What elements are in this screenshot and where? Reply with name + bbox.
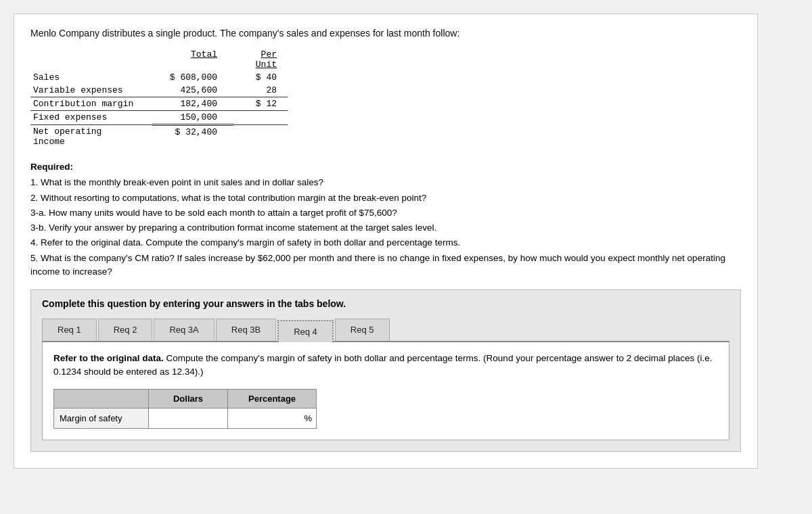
req4-description: Refer to the original data. Compute the … [53, 352, 718, 379]
perunit-header: Per Unit [233, 48, 288, 71]
required-item-5: 5. What is the company's CM ratio? If sa… [30, 252, 741, 279]
row-perunit-2: $ 12 [233, 97, 288, 111]
tab-req3b[interactable]: Req 3B [216, 319, 276, 341]
row-total-3: 150,000 [152, 111, 233, 125]
row-perunit-0: $ 40 [233, 71, 288, 84]
row-total-0: $ 608,000 [152, 71, 233, 84]
required-section: Required: 1. What is the monthly break-e… [30, 160, 741, 279]
tab-req1[interactable]: Req 1 [42, 319, 97, 341]
margin-of-safety-label: Margin of safety [54, 408, 149, 428]
row-perunit-3 [233, 111, 288, 125]
tab-req5[interactable]: Req 5 [335, 319, 390, 341]
complete-section: Complete this question by entering your … [30, 289, 741, 452]
required-label: Required: [30, 160, 741, 174]
row-label-2: Contribution margin [30, 97, 152, 111]
percentage-header: Percentage [228, 389, 317, 408]
row-perunit-4 [233, 125, 288, 149]
percentage-cell[interactable]: % [228, 408, 317, 428]
required-item-1: 2. Without resorting to computations, wh… [30, 191, 741, 205]
row-perunit-1: 28 [233, 84, 288, 97]
row-total-1: 425,600 [152, 84, 233, 97]
answer-table: Dollars Percentage Margin of safety % [53, 389, 317, 429]
row-label-0: Sales [30, 71, 152, 84]
tabs-row: Req 1Req 2Req 3AReq 3BReq 4Req 5 [42, 319, 729, 342]
tab-req2[interactable]: Req 2 [98, 319, 153, 341]
row-label-4: Net operating income [30, 125, 152, 149]
main-container: Menlo Company distributes a single produ… [14, 14, 758, 469]
required-item-0: 1. What is the monthly break-even point … [30, 176, 741, 189]
table-row: Margin of safety % [54, 408, 317, 428]
tab-req4[interactable]: Req 4 [277, 320, 334, 342]
required-item-4: 4. Refer to the original data. Compute t… [30, 236, 741, 250]
tab-req3a[interactable]: Req 3A [154, 319, 214, 341]
financial-table: Total Per Unit Sales$ 608,000$ 40Variabl… [30, 48, 288, 148]
row-label-3: Fixed expenses [30, 111, 152, 125]
row-label-1: Variable expenses [30, 84, 152, 97]
row-total-4: $ 32,400 [152, 125, 233, 149]
required-item-2: 3-a. How many units would have to be sol… [30, 206, 741, 220]
tab-content: Refer to the original data. Compute the … [42, 342, 729, 440]
dollars-input[interactable] [154, 412, 222, 425]
percentage-input[interactable] [233, 412, 288, 425]
total-header: Total [152, 48, 233, 71]
complete-instruction: Complete this question by entering your … [42, 298, 729, 309]
dollars-cell[interactable] [149, 408, 228, 428]
empty-header [54, 389, 149, 408]
required-item-3: 3-b. Verify your answer by preparing a c… [30, 221, 741, 235]
intro-text: Menlo Company distributes a single produ… [30, 28, 741, 39]
row-total-2: 182,400 [152, 97, 233, 111]
percent-symbol: % [304, 413, 313, 423]
dollars-header: Dollars [149, 389, 228, 408]
